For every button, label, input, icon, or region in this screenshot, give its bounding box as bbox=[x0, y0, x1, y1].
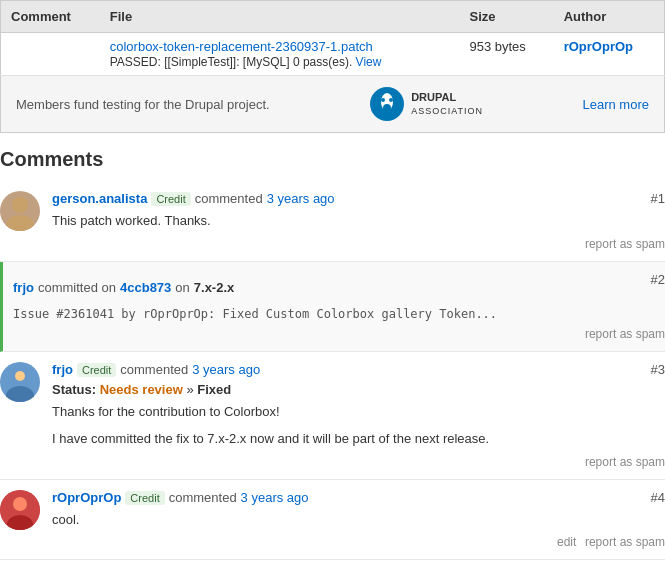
status-change: Status: Needs review » Fixed bbox=[52, 382, 665, 397]
col-size: Size bbox=[459, 1, 553, 33]
col-comment: Comment bbox=[1, 1, 100, 33]
comment-number: #1 bbox=[651, 191, 665, 206]
comment-footer: report as spam bbox=[52, 236, 665, 251]
file-table: Comment File Size Author colorbox-token-… bbox=[0, 0, 665, 76]
avatar bbox=[0, 490, 40, 530]
svg-point-5 bbox=[12, 197, 28, 213]
report-spam-link[interactable]: report as spam bbox=[585, 535, 665, 549]
author-link[interactable]: rOprOprOp bbox=[564, 39, 633, 54]
avatar bbox=[0, 362, 40, 402]
comment-footer: edit report as spam bbox=[52, 534, 665, 549]
drupal-logo-text: DRUPALASSOCIATION bbox=[411, 91, 483, 117]
comment-action: commented bbox=[120, 362, 188, 377]
learn-more-link[interactable]: Learn more bbox=[583, 97, 649, 112]
file-link[interactable]: colorbox-token-replacement-2360937-1.pat… bbox=[110, 39, 450, 54]
comment-time[interactable]: 3 years ago bbox=[267, 191, 335, 206]
commit-item: frjo committed on 4ccb873 on 7.x-2.x Iss… bbox=[0, 262, 665, 352]
banner-text: Members fund testing for the Drupal proj… bbox=[16, 97, 270, 112]
svg-point-6 bbox=[6, 215, 34, 231]
comments-heading: Comments bbox=[0, 133, 665, 181]
drupal-association-logo: DRUPALASSOCIATION bbox=[369, 86, 483, 122]
comment-header: frjo Credit commented 3 years ago bbox=[52, 362, 665, 377]
comment-cell bbox=[1, 33, 100, 76]
status-label: Status: bbox=[52, 382, 96, 397]
col-file: File bbox=[100, 1, 460, 33]
commit-content: frjo committed on 4ccb873 on 7.x-2.x Iss… bbox=[13, 272, 665, 341]
comment-content: rOprOprOp Credit commented 3 years ago c… bbox=[52, 490, 665, 550]
comment-content: gerson.analista Credit commented 3 years… bbox=[52, 191, 665, 251]
commit-on: on bbox=[175, 280, 189, 295]
comment-author[interactable]: gerson.analista bbox=[52, 191, 147, 206]
credit-badge: Credit bbox=[125, 491, 164, 505]
comment-body-line1: Thanks for the contribution to Colorbox! bbox=[52, 402, 665, 422]
size-cell: 953 bytes bbox=[459, 33, 553, 76]
report-spam-link[interactable]: report as spam bbox=[585, 327, 665, 341]
comment-time[interactable]: 3 years ago bbox=[241, 490, 309, 505]
credit-badge: Credit bbox=[77, 363, 116, 377]
comment-body: cool. bbox=[52, 510, 665, 530]
status-arrow: » bbox=[186, 382, 193, 397]
passed-text: PASSED: [[SimpleTest]]: [MySQL] 0 pass(e… bbox=[110, 55, 382, 69]
svg-point-4 bbox=[389, 98, 393, 102]
table-row: colorbox-token-replacement-2360937-1.pat… bbox=[1, 33, 665, 76]
comment-number: #3 bbox=[651, 362, 665, 377]
svg-point-11 bbox=[13, 497, 27, 511]
comment-author[interactable]: rOprOprOp bbox=[52, 490, 121, 505]
view-link[interactable]: View bbox=[356, 55, 382, 69]
report-spam-link[interactable]: report as spam bbox=[585, 455, 665, 469]
comment-header: gerson.analista Credit commented 3 years… bbox=[52, 191, 665, 206]
comment-item: frjo Credit commented 3 years ago Status… bbox=[0, 352, 665, 480]
drupal-drop-icon bbox=[369, 86, 405, 122]
svg-point-2 bbox=[383, 104, 391, 112]
col-author: Author bbox=[554, 1, 665, 33]
comment-content: frjo Credit commented 3 years ago Status… bbox=[52, 362, 665, 469]
commit-message: Issue #2361041 by rOprOprOp: Fixed Custo… bbox=[13, 307, 665, 321]
svg-point-9 bbox=[15, 371, 25, 381]
comment-body-line2: I have committed the fix to 7.x-2.x now … bbox=[52, 429, 665, 449]
comment-time[interactable]: 3 years ago bbox=[192, 362, 260, 377]
svg-point-8 bbox=[6, 386, 34, 402]
comment-item: rOprOprOp Credit commented 3 years ago c… bbox=[0, 480, 665, 561]
author-cell: rOprOprOp bbox=[554, 33, 665, 76]
comment-number: #4 bbox=[651, 490, 665, 505]
comment-action: commented bbox=[195, 191, 263, 206]
status-needs-review: Needs review bbox=[100, 382, 183, 397]
commit-action: committed on bbox=[38, 280, 116, 295]
comment-body: This patch worked. Thanks. bbox=[52, 211, 665, 231]
commit-footer: report as spam bbox=[13, 326, 665, 341]
drupal-banner: Members fund testing for the Drupal proj… bbox=[0, 76, 665, 133]
comment-footer: report as spam bbox=[52, 454, 665, 469]
comment-author[interactable]: frjo bbox=[52, 362, 73, 377]
commit-header: frjo committed on 4ccb873 on 7.x-2.x bbox=[13, 272, 665, 303]
commit-branch: 7.x-2.x bbox=[194, 280, 234, 295]
report-spam-link[interactable]: report as spam bbox=[585, 237, 665, 251]
svg-point-3 bbox=[381, 98, 385, 102]
comment-header: rOprOprOp Credit commented 3 years ago bbox=[52, 490, 665, 505]
edit-link[interactable]: edit bbox=[557, 535, 576, 549]
commit-author[interactable]: frjo bbox=[13, 280, 34, 295]
avatar bbox=[0, 191, 40, 231]
credit-badge: Credit bbox=[151, 192, 190, 206]
comment-action: commented bbox=[169, 490, 237, 505]
file-cell: colorbox-token-replacement-2360937-1.pat… bbox=[100, 33, 460, 76]
comment-number: #2 bbox=[651, 272, 665, 287]
commit-hash-link[interactable]: 4ccb873 bbox=[120, 280, 171, 295]
comment-item: gerson.analista Credit commented 3 years… bbox=[0, 181, 665, 262]
status-fixed: Fixed bbox=[197, 382, 231, 397]
